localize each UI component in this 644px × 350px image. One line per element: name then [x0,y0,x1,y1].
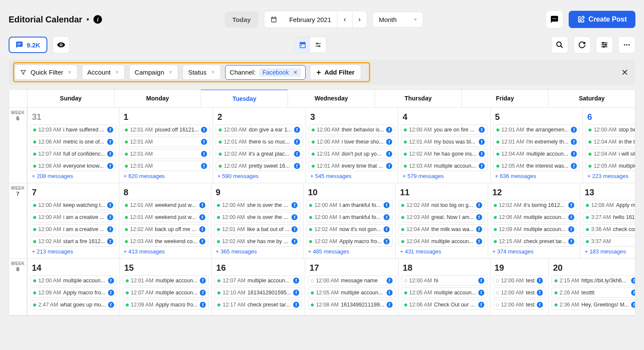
event-item[interactable]: 12:00 AMtestf [493,288,546,298]
next-month-button[interactable]: › [352,11,367,28]
event-item[interactable]: 12:06 AMmetric is one of...f [30,137,116,147]
event-item[interactable]: 12:01 AMlike a bat out of ...f [214,224,301,234]
calendar-view-toggle[interactable] [295,37,310,53]
more-messages-link[interactable]: + 223 messages [587,173,635,179]
day-cell[interactable]: 912:00 AMshe is over the ...f12:00 AMshe… [211,183,303,258]
event-item[interactable]: 12:02 AMnow it's not gon...f [306,224,393,234]
more-messages-link[interactable]: + 431 messages [400,248,485,255]
day-cell[interactable]: 1512:01 AMmultiple accoun...f12:07 AMmul… [120,259,212,315]
more-messages-link[interactable]: + 374 messages [492,248,578,255]
event-item[interactable]: 12:00 AMtheir behavior is...f [309,125,396,135]
event-item[interactable]: 12:00 AMshe is over the ...f [214,200,301,210]
event-item[interactable]: 12:00 AMhif [401,275,487,286]
event-item[interactable]: 3:27 AMhello 1613163800...f [583,212,635,222]
more-messages-link[interactable]: + 413 messages [124,248,208,255]
event-item[interactable]: 12:05 AMmultiple accoun...f [401,288,487,298]
event-item[interactable]: 12:17 AMcheck preset tar...f [214,300,302,310]
day-cell[interactable]: 212:00 AMdon give a ear 1...f12:01 AMthe… [213,108,306,183]
event-item[interactable]: 12:10 AM1613412801595...f [214,288,302,298]
event-item[interactable]: 12:00 AMi love these sho...f [309,137,396,147]
event-item[interactable]: 12:00 AMdon give a ear 1...f [216,125,303,135]
calendar-icon[interactable] [264,11,283,28]
info-icon[interactable]: i [93,15,102,24]
day-cell[interactable]: 712:00 AMkeep watching t...f12:00 AMi am… [27,183,119,258]
day-cell[interactable]: 1812:00 AMhif12:05 AMmultiple accoun...f… [398,259,490,315]
event-item[interactable]: 12:03 AMgreat. Now I am...f [398,212,485,222]
event-item[interactable]: 2:36 AMHey, Greetings! M...f [551,300,635,310]
more-messages-link[interactable]: + 365 messages [216,248,301,255]
add-filter-button[interactable]: + Add Filter [310,65,361,80]
event-item[interactable]: 2:26 AMtesttttf [551,288,635,298]
event-item[interactable]: 12:01 AMdon't put up yo...f [309,149,396,159]
day-cell[interactable]: 1712:00 AMmessage namef12:05 AMmultiple … [305,259,398,315]
event-item[interactable]: 12:01 AMi'm extremely th...f [493,137,580,147]
event-item[interactable]: 12:04 AMin the twilight of ...f [585,137,635,147]
more-button[interactable] [618,36,635,53]
day-cell[interactable]: 1612:07 AMmultiple accoun...f12:10 AM161… [211,259,305,315]
event-item[interactable]: 12:04 AMmultiple accoun...f [398,236,485,247]
view-select[interactable]: Month ▾ [372,12,423,28]
event-item[interactable]: 12:08 AM1613499211199...f [308,300,396,310]
event-item[interactable]: 12:01 AMf [122,149,210,159]
title-dropdown-icon[interactable]: ▾ [87,16,89,22]
event-item[interactable]: 12:02 AMit's boring 1612...f [491,200,578,210]
event-item[interactable]: 12:02 AMnot too big on g...f [398,200,485,210]
refresh-button[interactable] [573,36,591,53]
more-messages-link[interactable]: + 213 messages [32,248,116,255]
event-item[interactable]: 12:00 AMi am a creative ...f [30,224,116,234]
event-item[interactable]: 3:36 AMcheck comment ...f [583,224,635,234]
day-cell[interactable]: 6+12:00 AMstop being sarca...f12:04 AMin… [582,108,635,183]
event-item[interactable]: 12:07 AMmultiple accoun...f [123,288,209,298]
more-messages-link[interactable]: + 636 messages [495,173,580,179]
event-item[interactable]: 12:09 AMApply macro fro...f [30,288,117,298]
event-item[interactable]: 12:03 AMmultiple accoun...f [401,161,488,171]
event-item[interactable]: 12:02 AMpretty sweet 16...f [216,161,303,171]
channel-filter-chip[interactable]: Channel: Facebook ✕ [225,65,306,80]
event-item[interactable]: 12:05 AMmultiple accoun...f [308,288,396,298]
event-item[interactable]: 12:00 AMkeep watching t...f [30,200,116,210]
day-cell[interactable]: 1312:08 AMApply macro fro...f3:27 AMhell… [580,183,635,258]
event-item[interactable]: 12:00 AMyou are on fire ...f [401,125,488,135]
message-count-chip[interactable]: 9.2K [9,37,47,53]
day-cell[interactable]: 3112:03 AMi have suffered ...f12:06 AMme… [27,108,119,183]
event-item[interactable]: 12:00 AMI am thankful fo...f [306,200,393,210]
search-button[interactable] [551,36,568,53]
event-item[interactable]: 12:02 AMshe has me by ...f [214,236,301,247]
more-messages-link[interactable]: + 579 messages [402,173,488,179]
event-item[interactable]: 12:02 AMstart a fire 1612...f [30,236,116,247]
event-item[interactable]: 12:01 AMf [122,137,210,147]
event-item[interactable]: 12:01 AMmy boss was bl...f [401,137,488,147]
comments-button[interactable] [545,10,564,28]
event-item[interactable]: 12:00 AMI am thankful fo...f [306,212,393,222]
event-item[interactable]: 12:05 AMmultiple account...f [585,161,635,171]
event-item[interactable]: 12:01 AMmultiple accoun...f [123,275,209,286]
event-item[interactable]: 12:04 AMi will sit right her...f [585,149,635,159]
event-item[interactable]: 12:00 AMmessage namef [308,275,396,286]
event-item[interactable]: 12:01 AMweekend just w...f [122,212,208,222]
event-item[interactable]: 12:08 AMApply macro fro...f [583,200,635,210]
event-item[interactable]: 12:00 AMtestf [493,300,546,310]
day-cell[interactable]: 512:01 AMthe arrangemen...f12:01 AMi'm e… [490,108,583,183]
today-button[interactable]: Today [225,12,259,28]
account-filter-chip[interactable]: Account ▼ [82,65,125,80]
event-item[interactable]: 12:00 AMmultiple accoun...f [30,275,117,286]
more-messages-link[interactable]: + 183 messages [585,248,635,255]
event-item[interactable]: 12:05 AMthe interest was...f [493,161,580,171]
more-messages-link[interactable]: + 485 messages [308,248,393,255]
status-filter-chip[interactable]: Status ▼ [183,65,220,80]
day-cell[interactable]: 1012:00 AMI am thankful fo...f12:00 AMI … [303,183,395,258]
event-item[interactable]: 12:02 AMApply macro fro...f [306,236,393,247]
event-item[interactable]: 12:01 AMevery time that ...f [309,161,396,171]
day-cell[interactable]: 202:15 AMhttps://bit.ly/3kh6...f2:26 AMt… [548,259,635,315]
adjust-button[interactable] [596,36,613,53]
more-messages-link[interactable]: + 620 messages [124,173,210,179]
event-item[interactable]: 12:00 AMtestf [493,275,546,286]
campaign-filter-chip[interactable]: Campaign ▼ [129,65,178,80]
day-cell[interactable]: 412:00 AMyou are on fire ...f12:01 AMmy … [398,108,490,183]
more-messages-link[interactable]: + 590 messages [217,173,303,179]
event-item[interactable]: 12:06 AMCheck Out our ...f [401,300,487,310]
event-item[interactable]: 3:37 AMf [583,236,635,247]
event-item[interactable]: 12:07 AMfull of confidenc...f [30,149,116,159]
day-cell[interactable]: 1912:00 AMtestf12:00 AMtestf12:00 AMtest… [490,259,548,315]
settings-view-toggle[interactable] [310,37,326,53]
